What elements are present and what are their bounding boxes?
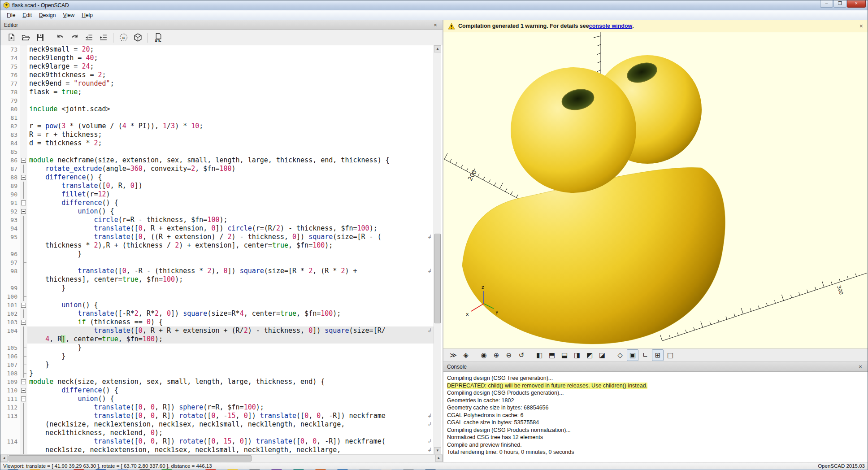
code-text[interactable]: module neckframe(size, extension, sex, s… xyxy=(27,156,434,165)
fold-marker-icon[interactable] xyxy=(20,318,27,326)
code-text[interactable]: circle(r=R - thickness, $fn=100); xyxy=(27,216,434,224)
menu-view[interactable]: View xyxy=(59,11,78,19)
3d-viewport[interactable]: 200 300 z x y xyxy=(443,32,868,348)
view-top-button[interactable]: ⬒ xyxy=(546,349,558,361)
code-text[interactable]: neck9large = 24; xyxy=(27,62,434,71)
title-bar[interactable]: flask.scad - OpenSCAD – ❐ × xyxy=(0,0,868,10)
code-text[interactable] xyxy=(27,113,434,122)
render-button[interactable] xyxy=(131,31,144,44)
fold-marker-icon[interactable] xyxy=(20,301,27,309)
code-text[interactable]: union() { xyxy=(27,395,434,403)
fold-marker-icon[interactable] xyxy=(20,386,27,395)
menu-file[interactable]: File xyxy=(3,11,19,19)
code-text[interactable] xyxy=(27,96,434,105)
code-text[interactable]: difference() { xyxy=(27,173,434,182)
view-orthogonal-button[interactable]: ▣ xyxy=(627,349,638,361)
code-text[interactable]: thickness * 2),R + (thickness / 2) + ext… xyxy=(27,241,434,250)
unindent-button[interactable] xyxy=(82,31,95,44)
code-text[interactable]: include <joint.scad> xyxy=(27,105,434,113)
code-text[interactable]: R = r + thickness; xyxy=(27,131,434,139)
code-text[interactable]: } xyxy=(27,250,434,258)
show-scale-markers-button[interactable]: ⊞ xyxy=(652,349,664,361)
code-text[interactable]: rotate_extrude(angle=360, convexity=2, $… xyxy=(27,165,434,173)
code-text[interactable]: translate([0, 0, R]) sphere(r=R, $fn=100… xyxy=(27,403,434,412)
fold-marker-icon[interactable] xyxy=(20,199,27,207)
code-text[interactable]: neck9end = "rounded"; xyxy=(27,79,434,88)
open-file-button[interactable] xyxy=(19,31,32,44)
scroll-down-icon[interactable]: ▼ xyxy=(434,447,441,454)
editor-vertical-scrollbar[interactable]: ▲ ▼ xyxy=(434,45,441,454)
console-window-link[interactable]: console window xyxy=(589,23,633,29)
code-text[interactable]: union() { xyxy=(27,301,434,309)
redo-button[interactable] xyxy=(68,31,81,44)
maximize-button[interactable]: ❐ xyxy=(833,0,846,8)
code-text[interactable]: translate([0, ((R + extension) / 2) - th… xyxy=(27,233,434,241)
fold-marker-icon[interactable] xyxy=(20,156,27,165)
indent-button[interactable] xyxy=(97,31,109,44)
view-front-button[interactable]: ◩ xyxy=(584,349,595,361)
code-text[interactable]: if (thickness == 0) { xyxy=(27,318,434,326)
code-text[interactable]: neck9thickness = 2; xyxy=(27,71,434,79)
code-text[interactable]: translate([0, -R - (thickness * 2), 0]) … xyxy=(27,267,434,275)
code-text[interactable]: r = pow(3 * (volume / (4 * PI)), 1/3) * … xyxy=(27,122,434,131)
menu-design[interactable]: Design xyxy=(35,11,59,19)
vertical-scroll-thumb[interactable] xyxy=(434,234,441,324)
save-file-button[interactable] xyxy=(34,31,46,44)
minimize-button[interactable]: – xyxy=(820,0,833,8)
editor-horizontal-scrollbar[interactable]: ◄ ► xyxy=(0,454,443,462)
export-stl-button[interactable]: STL xyxy=(152,31,164,44)
code-text[interactable]: } xyxy=(27,369,434,378)
render-preview-button[interactable]: » xyxy=(117,31,130,44)
code-text[interactable]: } xyxy=(27,361,434,369)
view-right-button[interactable]: ◧ xyxy=(534,349,545,361)
code-text[interactable]: 4, R], center=true, $fn=100); xyxy=(27,335,434,344)
code-text[interactable] xyxy=(27,148,434,156)
code-text[interactable]: fillet(r=12) xyxy=(27,190,434,199)
code-text[interactable]: translate([0, R + R + extension + (R/2) … xyxy=(27,326,434,335)
code-text[interactable]: } xyxy=(27,284,434,292)
code-area[interactable]: 73neck9small = 20;74neck9length = 40;75n… xyxy=(0,45,434,454)
fold-marker-icon[interactable] xyxy=(20,207,27,216)
fold-marker-icon[interactable] xyxy=(20,378,27,386)
code-text[interactable]: neck9length = 40; xyxy=(27,54,434,62)
zoom-out-button[interactable]: ⊖ xyxy=(503,349,515,361)
code-text[interactable]: neck1size, neck1extension, neck1sex, nec… xyxy=(27,446,434,454)
menu-edit[interactable]: Edit xyxy=(19,11,35,19)
code-editor[interactable]: 73neck9small = 20;74neck9length = 40;75n… xyxy=(0,45,443,454)
view-all-button[interactable]: □ xyxy=(664,349,676,361)
code-text[interactable]: module neck(size, extension, sex, small,… xyxy=(27,378,434,386)
code-text[interactable]: translate([0, 0, R]) rotate([0, 15, 0]) … xyxy=(27,437,434,446)
render-preview-button[interactable]: ≫ xyxy=(447,349,459,361)
warning-close-icon[interactable]: × xyxy=(859,22,863,30)
new-file-button[interactable] xyxy=(5,31,17,44)
fold-marker-icon[interactable] xyxy=(20,173,27,182)
code-text[interactable]: } xyxy=(27,344,434,352)
console-close-icon[interactable]: × xyxy=(857,363,864,370)
reset-view-button[interactable]: ↺ xyxy=(516,349,527,361)
code-text[interactable]: flask = true; xyxy=(27,88,434,96)
show-axes-button[interactable]: ∟ xyxy=(639,349,651,361)
code-text[interactable]: difference() { xyxy=(27,199,434,207)
code-text[interactable]: (neck1size, neck1extension, neck1sex, ne… xyxy=(27,420,434,429)
code-text[interactable]: neck1thickness, neck1end, 0); xyxy=(27,429,434,437)
code-text[interactable]: difference() { xyxy=(27,386,434,395)
editor-close-icon[interactable]: × xyxy=(432,22,439,28)
code-text[interactable]: thickness], center=true, $fn=100); xyxy=(27,275,434,284)
fold-marker-icon[interactable] xyxy=(20,395,27,403)
code-text[interactable]: translate([-R*2, R*2, 0]) square(size=R*… xyxy=(27,309,434,318)
close-button[interactable]: × xyxy=(847,0,866,8)
code-text[interactable]: union() { xyxy=(27,207,434,216)
view-perspective-button[interactable]: ◇ xyxy=(614,349,626,361)
code-text[interactable]: } xyxy=(27,352,434,361)
code-text[interactable] xyxy=(27,258,434,267)
horizontal-scroll-thumb[interactable] xyxy=(9,455,252,461)
scroll-right-icon[interactable]: ► xyxy=(435,455,443,462)
undo-button[interactable] xyxy=(54,31,66,44)
zoom-all-button[interactable]: ◉ xyxy=(478,349,490,361)
code-text[interactable]: d = thickness * 2; xyxy=(27,139,434,148)
view-back-button[interactable]: ◪ xyxy=(596,349,608,361)
menu-help[interactable]: Help xyxy=(78,11,96,19)
scroll-up-icon[interactable]: ▲ xyxy=(434,45,441,52)
code-text[interactable] xyxy=(27,292,434,301)
view-bottom-button[interactable]: ⬓ xyxy=(559,349,570,361)
